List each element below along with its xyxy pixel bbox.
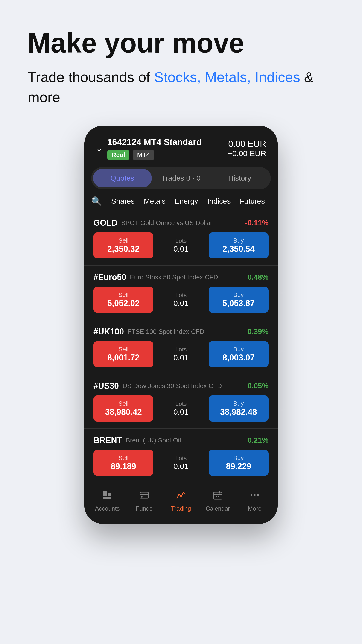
account-badges: Real MT4 [107, 150, 202, 160]
buy-label-1: Buy [216, 291, 262, 298]
lots-section-0: Lots 0.01 [158, 237, 204, 253]
tab-quotes[interactable]: Quotes [93, 169, 152, 188]
lots-label-1: Lots [158, 292, 204, 299]
instrument-change-4: 0.21% [248, 436, 268, 444]
svg-rect-1 [103, 491, 107, 496]
instrument-header-1: #Euro50 Euro Stoxx 50 Spot Index CFD 0.4… [94, 272, 268, 282]
sell-price-3: 38,980.42 [100, 407, 146, 417]
nav-trading[interactable]: Trading [162, 490, 200, 512]
instrument-name-1: #Euro50 [94, 272, 126, 282]
sell-button-3[interactable]: Sell 38,980.42 [94, 396, 153, 422]
buy-button-1[interactable]: Buy 5,053.87 [209, 287, 268, 313]
search-icon[interactable]: 🔍 [91, 196, 102, 206]
nav-calendar[interactable]: Calendar [200, 490, 236, 512]
buy-label-4: Buy [216, 454, 262, 462]
bottom-nav: Accounts Funds [84, 483, 278, 524]
tab-history[interactable]: History [210, 169, 269, 188]
lots-value-4: 0.01 [158, 462, 204, 471]
category-futures[interactable]: Futures [240, 197, 264, 206]
sell-label-1: Sell [100, 291, 146, 298]
balance-amount: 0.00 EUR [228, 139, 266, 149]
chevron-down-icon[interactable]: ⌄ [96, 144, 103, 154]
instrument-desc-0: SPOT Gold Ounce vs US Dollar [121, 219, 212, 227]
buy-label-2: Buy [216, 346, 262, 353]
svg-point-16 [250, 494, 252, 496]
instrument-trading-4: Sell 89.189 Lots 0.01 Buy 89.229 [94, 450, 268, 476]
instrument-row: #US30 US Dow Jones 30 Spot Index CFD 0.0… [84, 374, 278, 428]
svg-point-17 [254, 494, 256, 496]
lots-section-4: Lots 0.01 [158, 455, 204, 471]
instrument-trading-1: Sell 5,052.02 Lots 0.01 Buy 5,053.87 [94, 287, 268, 313]
right-line-3 [350, 246, 350, 273]
lots-section-3: Lots 0.01 [158, 400, 204, 416]
instrument-name-2: #UK100 [94, 327, 124, 336]
instrument-row: #Euro50 Euro Stoxx 50 Spot Index CFD 0.4… [84, 265, 278, 320]
calendar-icon [213, 490, 223, 502]
balance-change: +0.00 EUR [228, 149, 266, 158]
lots-value-2: 0.01 [158, 353, 204, 362]
instrument-header-2: #UK100 FTSE 100 Spot Index CFD 0.39% [94, 327, 268, 336]
svg-rect-5 [140, 494, 148, 495]
instrument-change-3: 0.05% [248, 382, 268, 390]
buy-button-3[interactable]: Buy 38,982.48 [209, 396, 268, 422]
subtitle-highlight: Stocks, Metals, Indices [154, 69, 300, 85]
svg-rect-3 [103, 498, 112, 499]
sell-label-2: Sell [100, 346, 146, 353]
left-line-2 [12, 200, 12, 241]
lots-label-0: Lots [158, 237, 204, 244]
tab-trades[interactable]: Trades 0 · 0 [152, 169, 210, 188]
account-info: 1642124 MT4 Standard Real MT4 [107, 137, 202, 160]
category-shares[interactable]: Shares [111, 197, 134, 206]
instrument-desc-4: Brent (UK) Spot Oil [126, 437, 181, 444]
instrument-trading-3: Sell 38,980.42 Lots 0.01 Buy 38,982.48 [94, 396, 268, 422]
instrument-row: GOLD SPOT Gold Ounce vs US Dollar -0.11%… [84, 211, 278, 265]
lots-label-3: Lots [158, 400, 204, 408]
hero-subtitle: Trade thousands of Stocks, Metals, Indic… [28, 67, 344, 107]
category-metals[interactable]: Metals [144, 197, 165, 206]
sell-button-1[interactable]: Sell 5,052.02 [94, 287, 153, 313]
badge-real: Real [107, 150, 129, 160]
buy-button-0[interactable]: Buy 2,350.54 [209, 232, 268, 258]
funds-icon [139, 490, 149, 502]
right-line-2 [350, 200, 350, 241]
sell-button-4[interactable]: Sell 89.189 [94, 450, 153, 476]
nav-accounts[interactable]: Accounts [89, 490, 126, 512]
account-header: ⌄ 1642124 MT4 Standard Real MT4 0.00 EUR… [84, 126, 278, 167]
instrument-name-4: BRENT [94, 436, 122, 445]
instrument-change-1: 0.48% [248, 273, 268, 282]
instrument-name-0: GOLD [94, 218, 118, 228]
account-number: 1642124 MT4 Standard [107, 137, 202, 147]
nav-funds[interactable]: Funds [126, 490, 162, 512]
buy-price-4: 89.229 [216, 462, 262, 471]
instrument-change-2: 0.39% [248, 327, 268, 336]
instrument-name-3: #US30 [94, 381, 119, 391]
left-line-3 [12, 246, 12, 273]
buy-button-2[interactable]: Buy 8,003.07 [209, 341, 268, 367]
svg-rect-15 [218, 496, 219, 497]
nav-more[interactable]: More [236, 490, 273, 512]
instrument-trading-0: Sell 2,350.32 Lots 0.01 Buy 2,350.54 [94, 232, 268, 258]
nav-funds-label: Funds [136, 505, 152, 512]
buy-price-0: 2,350.54 [216, 244, 262, 254]
svg-rect-0 [103, 497, 112, 498]
category-indices[interactable]: Indices [207, 197, 230, 206]
category-energy[interactable]: Energy [175, 197, 198, 206]
buy-button-4[interactable]: Buy 89.229 [209, 450, 268, 476]
lots-label-2: Lots [158, 346, 204, 353]
instrument-header-0: GOLD SPOT Gold Ounce vs US Dollar -0.11% [94, 218, 268, 228]
lots-value-3: 0.01 [158, 408, 204, 416]
more-icon [250, 490, 260, 502]
svg-rect-4 [140, 492, 148, 498]
nav-calendar-label: Calendar [206, 505, 230, 512]
accounts-icon [102, 490, 112, 502]
buy-price-2: 8,003.07 [216, 353, 262, 362]
sell-price-4: 89.189 [100, 462, 146, 471]
categories-bar: 🔍 Shares Metals Energy Indices Futures [84, 194, 278, 211]
sell-button-0[interactable]: Sell 2,350.32 [94, 232, 153, 258]
instrument-row: BRENT Brent (UK) Spot Oil 0.21% Sell 89.… [84, 428, 278, 483]
sell-button-2[interactable]: Sell 8,001.72 [94, 341, 153, 367]
nav-trading-label: Trading [171, 505, 191, 512]
sell-price-2: 8,001.72 [100, 353, 146, 362]
instrument-header-3: #US30 US Dow Jones 30 Spot Index CFD 0.0… [94, 381, 268, 391]
buy-label-0: Buy [216, 237, 262, 244]
